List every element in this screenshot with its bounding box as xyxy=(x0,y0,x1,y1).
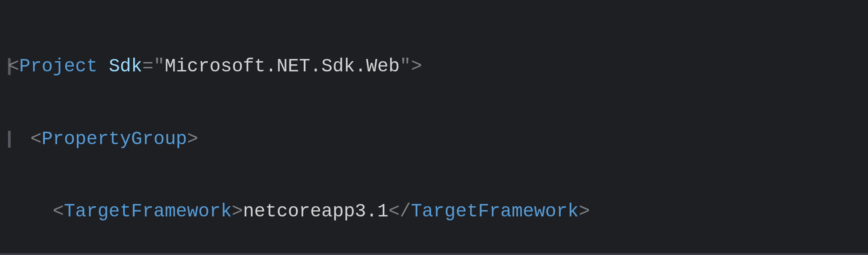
editor-border xyxy=(0,253,868,255)
angle-bracket: < xyxy=(8,56,19,77)
angle-bracket: </ xyxy=(388,201,411,222)
code-editor[interactable]: <Project Sdk="Microsoft.NET.Sdk.Web"> <P… xyxy=(0,0,868,255)
xml-attr-name: Sdk xyxy=(109,56,143,77)
indent xyxy=(8,201,53,222)
angle-bracket: < xyxy=(30,129,41,150)
indent xyxy=(8,129,30,150)
xml-text: netcoreapp3.1 xyxy=(243,201,388,222)
xml-tag-name: TargetFramework xyxy=(411,201,579,222)
xml-tag-name: PropertyGroup xyxy=(42,129,187,150)
xml-tag-name: Project xyxy=(19,56,97,77)
quote: " xyxy=(154,56,165,77)
equals-sign: = xyxy=(143,56,154,77)
xml-attr-value: Microsoft.NET.Sdk.Web xyxy=(165,56,400,77)
quote: " xyxy=(400,56,411,77)
code-line[interactable]: <PropertyGroup> xyxy=(0,122,868,158)
xml-tag-name: TargetFramework xyxy=(64,201,232,222)
angle-bracket: < xyxy=(53,201,64,222)
angle-bracket: > xyxy=(411,56,422,77)
angle-bracket: > xyxy=(187,129,198,150)
code-line[interactable]: <Project Sdk="Microsoft.NET.Sdk.Web"> xyxy=(0,49,868,85)
angle-bracket: > xyxy=(232,201,243,222)
space xyxy=(98,56,109,77)
code-line[interactable]: <TargetFramework>netcoreapp3.1</TargetFr… xyxy=(0,194,868,230)
angle-bracket: > xyxy=(579,201,590,222)
